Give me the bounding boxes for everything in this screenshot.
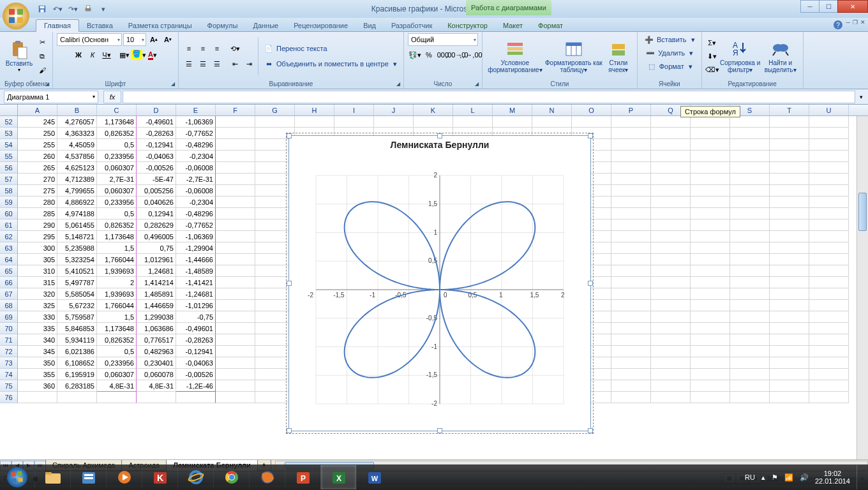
cell-A73[interactable]: 350 xyxy=(18,357,57,369)
cell-T62[interactable] xyxy=(770,231,809,242)
cell-B72[interactable]: 6,021386 xyxy=(57,346,97,357)
cell-B63[interactable]: 5,235988 xyxy=(57,242,97,254)
cell-A74[interactable]: 355 xyxy=(18,369,57,380)
cell-U62[interactable] xyxy=(809,231,849,242)
cell-C62[interactable]: 1,173648 xyxy=(97,231,137,242)
cell-P75[interactable] xyxy=(611,380,651,392)
cell-N52[interactable] xyxy=(532,116,572,128)
col-header-D[interactable]: D xyxy=(137,105,176,115)
cell-U56[interactable] xyxy=(809,162,849,174)
cell-B56[interactable]: 4,625123 xyxy=(57,162,97,174)
cell-A55[interactable]: 260 xyxy=(18,151,57,162)
row-header-58[interactable]: 58 xyxy=(0,185,18,197)
col-header-T[interactable]: T xyxy=(770,105,809,115)
align-right-icon[interactable]: ☰ xyxy=(211,57,223,70)
cell-B71[interactable]: 5,934119 xyxy=(57,334,97,346)
cell-Q72[interactable] xyxy=(651,346,691,357)
cell-Q53[interactable] xyxy=(651,128,691,139)
cell-T71[interactable] xyxy=(770,334,809,346)
cell-U54[interactable] xyxy=(809,139,849,151)
cell-S67[interactable] xyxy=(730,288,770,300)
cell-R53[interactable] xyxy=(691,128,730,139)
resize-handle-sw[interactable] xyxy=(287,428,292,433)
cell-M52[interactable] xyxy=(493,116,532,128)
cell-Q73[interactable] xyxy=(651,357,691,369)
align-center-icon[interactable]: ☰ xyxy=(197,57,209,70)
border-icon[interactable]: ▦▾ xyxy=(118,48,131,61)
cell-T70[interactable] xyxy=(770,323,809,334)
cell-S75[interactable] xyxy=(730,380,770,392)
taskbar-player-icon[interactable] xyxy=(106,465,142,489)
cell-S58[interactable] xyxy=(730,185,770,197)
cell-S62[interactable] xyxy=(730,231,770,242)
cell-F64[interactable] xyxy=(216,254,255,265)
cell-D56[interactable]: -0,00526 xyxy=(137,162,176,174)
cell-F52[interactable] xyxy=(216,116,255,128)
cell-A59[interactable]: 280 xyxy=(18,197,57,208)
tab-review[interactable]: Рецензирование xyxy=(286,20,355,31)
cell-B69[interactable]: 5,759587 xyxy=(57,311,97,323)
cell-U72[interactable] xyxy=(809,346,849,357)
maximize-button[interactable]: ☐ xyxy=(819,0,838,13)
fill-color-icon[interactable]: 🪣▾ xyxy=(132,48,145,61)
cell-S52[interactable] xyxy=(730,116,770,128)
font-launcher-icon[interactable]: ◢ xyxy=(169,80,177,87)
cell-P53[interactable] xyxy=(611,128,651,139)
cell-D59[interactable]: 0,040626 xyxy=(137,197,176,208)
percent-icon[interactable]: % xyxy=(423,48,435,61)
help-icon[interactable]: ? xyxy=(834,20,842,29)
cell-E52[interactable]: -1,06369 xyxy=(176,116,216,128)
cell-R57[interactable] xyxy=(691,174,730,185)
col-header-K[interactable]: K xyxy=(414,105,453,115)
cell-Q66[interactable] xyxy=(651,277,691,288)
orientation-icon[interactable]: ⟲▾ xyxy=(228,42,241,55)
cell-T65[interactable] xyxy=(770,265,809,277)
cell-C52[interactable]: 1,173648 xyxy=(97,116,137,128)
clear-icon[interactable]: ⌫▾ xyxy=(706,63,719,76)
row-header-76[interactable]: 76 xyxy=(0,392,18,403)
quickprint-icon[interactable] xyxy=(82,3,94,15)
row-header-66[interactable]: 66 xyxy=(0,277,18,288)
sort-filter-button[interactable]: AЯ Сортировка и фильтр▾ xyxy=(720,39,761,73)
row-header-55[interactable]: 55 xyxy=(0,151,18,162)
cell-Q60[interactable] xyxy=(651,208,691,219)
cut-icon[interactable]: ✂ xyxy=(36,36,49,48)
cell-U67[interactable] xyxy=(809,288,849,300)
cell-F68[interactable] xyxy=(216,300,255,311)
tab-insert[interactable]: Вставка xyxy=(79,20,121,31)
col-header-U[interactable]: U xyxy=(809,105,849,115)
cell-C76[interactable] xyxy=(97,392,137,403)
cell-E61[interactable]: -0,77652 xyxy=(176,219,216,231)
taskbar-powerpoint-icon[interactable]: P xyxy=(285,465,320,489)
cell-Q64[interactable] xyxy=(651,254,691,265)
chart-title[interactable]: Лемниската Бернулли xyxy=(289,140,590,150)
align-bottom-icon[interactable]: ≡ xyxy=(211,42,223,55)
cell-T52[interactable] xyxy=(770,116,809,128)
cell-U65[interactable] xyxy=(809,265,849,277)
cell-F71[interactable] xyxy=(216,334,255,346)
vertical-scrollbar[interactable] xyxy=(857,116,868,459)
cell-C56[interactable]: 0,060307 xyxy=(97,162,137,174)
row-header-61[interactable]: 61 xyxy=(0,219,18,231)
cell-F70[interactable] xyxy=(216,323,255,334)
cell-U75[interactable] xyxy=(809,380,849,392)
cell-Q61[interactable] xyxy=(651,219,691,231)
cell-R73[interactable] xyxy=(691,357,730,369)
taskbar-word-icon[interactable]: W xyxy=(356,465,392,489)
format-painter-icon[interactable]: 🖌 xyxy=(36,64,49,77)
cell-C75[interactable]: 4,8E-31 xyxy=(97,380,137,392)
cell-D68[interactable]: 1,446659 xyxy=(137,300,176,311)
resize-handle-s[interactable] xyxy=(437,428,442,433)
cell-E67[interactable]: -1,24681 xyxy=(176,288,216,300)
cell-D58[interactable]: 0,005256 xyxy=(137,185,176,197)
tray-flag-icon[interactable]: ⚑ xyxy=(772,473,778,482)
col-header-J[interactable]: J xyxy=(374,105,414,115)
minimize-button[interactable]: ─ xyxy=(800,0,819,13)
cell-T64[interactable] xyxy=(770,254,809,265)
cell-A63[interactable]: 300 xyxy=(18,242,57,254)
cell-S66[interactable] xyxy=(730,277,770,288)
cell-F53[interactable] xyxy=(216,128,255,139)
cell-C65[interactable]: 1,939693 xyxy=(97,265,137,277)
cell-O52[interactable] xyxy=(572,116,611,128)
row-header-69[interactable]: 69 xyxy=(0,311,18,323)
